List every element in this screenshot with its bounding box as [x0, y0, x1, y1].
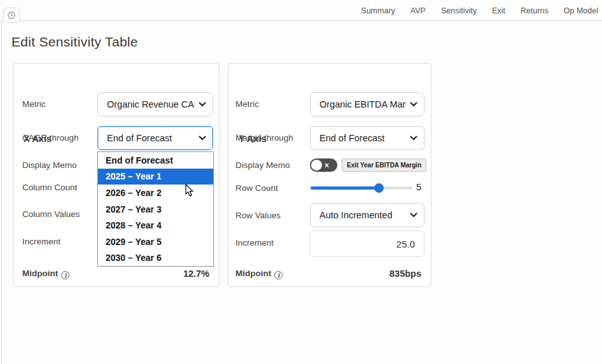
nav-item-avp[interactable]: AVP	[410, 6, 426, 15]
y-row-count-slider[interactable]	[311, 181, 412, 194]
y-increment-label: Increment	[235, 238, 274, 248]
y-midpoint-label-text: Midpoint	[235, 269, 271, 278]
y-row-count-label: Row Count	[235, 183, 278, 193]
left-edge-divider	[1, 0, 2, 364]
x-metric-select-value: Organic Revenue CAG	[107, 99, 195, 109]
dropdown-option-2026-year-2[interactable]: 2026 – Year 2	[98, 185, 213, 201]
y-increment-input[interactable]	[310, 230, 424, 257]
x-through-select[interactable]: End of Forecast	[97, 126, 213, 150]
x-through-select-value: End of Forecast	[107, 133, 195, 143]
x-midpoint-value: 12.7%	[146, 269, 209, 279]
y-row-values-select-value: Auto Incremented	[319, 210, 406, 220]
x-through-dropdown-list: End of Forecast 2025 – Year 1 2026 – Yea…	[97, 151, 214, 267]
slider-fill	[311, 186, 379, 190]
top-nav-bar: Summary AVP Sensitivity Exit Returns Op …	[0, 0, 602, 21]
y-midpoint-label: Midpointi	[235, 269, 283, 279]
x-column-count-label: Column Count	[22, 183, 77, 192]
sidebar-handle-button[interactable]	[3, 8, 20, 23]
dropdown-option-2027-year-3[interactable]: 2027 – Year 3	[98, 201, 213, 218]
x-through-label: CAGR through	[22, 133, 79, 143]
y-display-memo-label: Display Memo	[235, 160, 290, 170]
slider-thumb[interactable]	[374, 183, 384, 193]
toggle-knob	[311, 160, 322, 171]
dropdown-option-2028-year-4[interactable]: 2028 – Year 4	[98, 217, 213, 234]
dropdown-option-end-of-forecast[interactable]: End of Forecast	[98, 152, 213, 169]
info-icon[interactable]: i	[274, 271, 283, 279]
y-display-memo-chip[interactable]: Exit Year EBITDA Margin	[342, 158, 426, 172]
x-metric-label: Metric	[22, 99, 46, 109]
y-through-select-value: End of Forecast	[319, 133, 406, 143]
chevron-down-icon	[410, 213, 417, 218]
nav-item-summary[interactable]: Summary	[361, 6, 395, 15]
nav-item-returns[interactable]: Returns	[521, 6, 549, 15]
x-column-values-label: Column Values	[22, 209, 80, 219]
y-display-memo-chip-text: Exit Year EBITDA Margin	[347, 162, 421, 169]
toggle-x-icon: ×	[325, 162, 329, 169]
y-metric-select[interactable]: Organic EBITDA Marg	[310, 92, 424, 116]
y-through-label: Margin through	[235, 133, 293, 143]
info-icon[interactable]: i	[61, 271, 69, 279]
y-display-memo-toggle[interactable]: ×	[310, 158, 337, 172]
x-midpoint-label: Midpointi	[22, 269, 69, 279]
chevron-down-icon	[199, 136, 206, 141]
dropdown-option-2025-year-1[interactable]: 2025 – Year 1	[98, 169, 213, 185]
y-metric-select-value: Organic EBITDA Marg	[319, 99, 406, 109]
chevron-down-icon	[199, 102, 206, 107]
page-title: Edit Sensitivity Table	[11, 34, 138, 50]
dropdown-option-2030-year-6[interactable]: 2030 – Year 6	[98, 249, 213, 266]
chevron-down-icon	[410, 136, 417, 141]
nav-item-exit[interactable]: Exit	[492, 6, 505, 15]
y-row-values-label: Row Values	[235, 211, 281, 220]
y-midpoint-value: 835bps	[358, 269, 421, 279]
chevron-down-icon	[410, 102, 417, 107]
dropdown-option-2029-year-5[interactable]: 2029 – Year 5	[98, 234, 213, 250]
y-row-values-select[interactable]: Auto Incremented	[310, 203, 424, 227]
top-nav: Summary AVP Sensitivity Exit Returns Op …	[361, 0, 598, 21]
clock-icon	[7, 11, 16, 20]
nav-item-sensitivity[interactable]: Sensitivity	[441, 6, 477, 15]
x-display-memo-label: Display Memo	[22, 160, 77, 170]
y-row-count-value: 5	[407, 182, 421, 192]
nav-item-op-model[interactable]: Op Model	[564, 6, 598, 15]
x-metric-select[interactable]: Organic Revenue CAG	[97, 92, 213, 116]
x-midpoint-label-text: Midpoint	[22, 269, 58, 278]
y-metric-label: Metric	[235, 99, 259, 109]
x-increment-label: Increment	[22, 237, 60, 246]
y-through-select[interactable]: End of Forecast	[310, 126, 424, 150]
